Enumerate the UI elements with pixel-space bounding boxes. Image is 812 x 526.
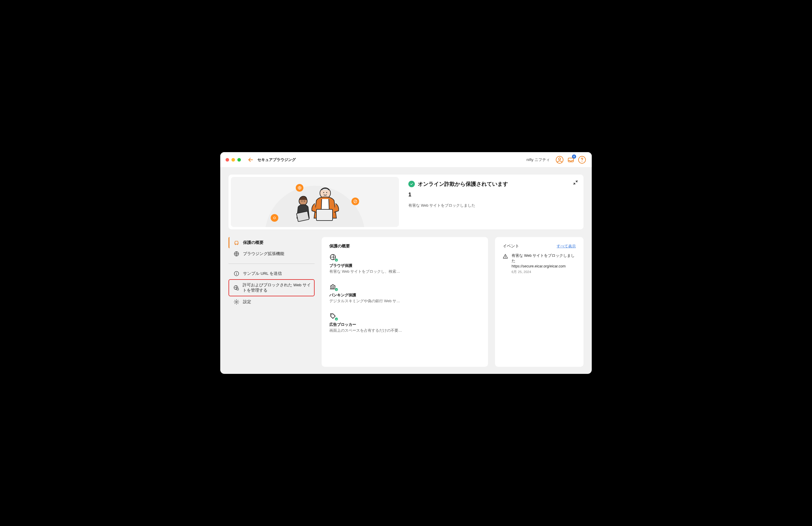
sidebar-item-extensions[interactable]: ブラウジング拡張機能 <box>229 248 315 260</box>
protection-name: 広告ブロッカー <box>329 322 480 327</box>
shield-car-icon <box>233 240 240 246</box>
event-item[interactable]: 有害な Web サイトをブロックしました https://secure.eica… <box>503 253 576 274</box>
globe-icon <box>233 251 240 257</box>
arrow-left-icon <box>248 157 253 163</box>
sidebar-item-label: ブラウジング拡張機能 <box>243 251 311 257</box>
help-button[interactable] <box>578 156 586 164</box>
sidebar-item-settings[interactable]: 設定 <box>229 296 315 308</box>
sidebar-item-manage-sites[interactable]: 許可およびブロックされた Web サイトを管理する <box>229 279 315 296</box>
protection-item-adblock[interactable]: 広告ブロッカー 画面上のスペースを占有するだけの不要な広… <box>329 312 480 333</box>
svg-point-18 <box>237 243 238 244</box>
profile-button[interactable] <box>555 156 564 164</box>
people-illustration-icon <box>281 183 349 227</box>
svg-rect-12 <box>316 209 333 221</box>
event-date: 6月 25, 2024 <box>511 270 576 274</box>
info-icon <box>233 271 240 277</box>
event-line1: 有害な Web サイトをブロックしました <box>511 253 576 264</box>
protection-desc: 画面上のスペースを占有するだけの不要な広… <box>329 328 403 333</box>
maximize-window-button[interactable] <box>237 158 241 162</box>
sidebar-item-send-url[interactable]: サンプル URL を送信 <box>229 268 315 279</box>
hero-status-title: オンライン詐欺から保護されています <box>418 180 508 188</box>
svg-point-24 <box>237 289 238 290</box>
minimize-window-button[interactable] <box>231 158 235 162</box>
protection-name: バンキング保護 <box>329 292 480 298</box>
titlebar: セキュアブラウジング nifty ニフティ 0 <box>220 152 592 167</box>
collapse-button[interactable] <box>573 180 578 186</box>
sidebar-item-overview[interactable]: 保護の概要 <box>229 237 315 248</box>
svg-point-21 <box>236 273 237 273</box>
window-controls <box>226 158 241 162</box>
svg-point-14 <box>302 201 303 201</box>
events-title: イベント <box>503 244 519 249</box>
protection-overview-card: 保護の概要 ブラウザ保護 有害な Web サイトをブロックし、検索結果… バンキ… <box>322 237 488 367</box>
svg-point-27 <box>331 315 332 316</box>
sidebar-item-label: 設定 <box>243 299 311 305</box>
content-area: オンライン詐欺から保護されています 1 有害な Web サイトをブロックしました… <box>220 167 592 374</box>
protection-desc: デジタルスキミングや偽の銀行 Web サイト… <box>329 299 403 304</box>
events-card: イベント すべて表示 有害な Web サイトをブロックしました https://… <box>495 237 583 367</box>
svg-point-4 <box>582 161 582 162</box>
user-icon <box>556 156 563 164</box>
notifications-button[interactable]: 0 <box>566 156 575 164</box>
protection-desc: 有害な Web サイトをブロックし、検索結果… <box>329 269 403 274</box>
svg-point-17 <box>235 243 236 244</box>
events-show-all-link[interactable]: すべて表示 <box>557 244 576 249</box>
card-title: 保護の概要 <box>329 244 480 249</box>
svg-point-10 <box>323 192 324 193</box>
account-name[interactable]: nifty ニフティ <box>526 157 550 162</box>
collapse-icon <box>573 180 578 185</box>
notification-badge: 0 <box>572 155 576 159</box>
sidebar-item-label: サンプル URL を送信 <box>243 271 311 276</box>
svg-point-28 <box>505 258 506 258</box>
svg-point-15 <box>304 201 305 201</box>
app-window: セキュアブラウジング nifty ニフティ 0 <box>220 152 592 374</box>
status-check-icon <box>408 181 415 187</box>
hero-illustration <box>231 177 399 227</box>
svg-line-8 <box>354 201 357 203</box>
globe-gear-icon <box>233 285 239 291</box>
protection-item-banking[interactable]: バンキング保護 デジタルスキミングや偽の銀行 Web サイト… <box>329 283 480 304</box>
sidebar-item-label: 許可およびブロックされた Web サイトを管理する <box>243 282 311 293</box>
sidebar-item-label: 保護の概要 <box>243 240 311 245</box>
svg-point-11 <box>327 192 327 193</box>
sidebar: 保護の概要 ブラウジング拡張機能 サンプル URL を送信 <box>229 237 315 312</box>
protection-name: ブラウザ保護 <box>329 263 480 268</box>
svg-rect-2 <box>568 158 574 162</box>
svg-point-1 <box>559 158 561 160</box>
hero-card: オンライン詐欺から保護されています 1 有害な Web サイトをブロックしました <box>229 175 583 229</box>
close-window-button[interactable] <box>226 158 229 162</box>
back-button[interactable] <box>247 157 254 163</box>
gear-icon <box>233 299 240 305</box>
hero-subtitle: 有害な Web サイトをブロックしました <box>408 203 577 208</box>
warning-icon <box>503 253 509 274</box>
help-icon <box>578 156 586 164</box>
page-title: セキュアブラウジング <box>257 157 296 162</box>
event-line2: https://secure.eicar.org/eicar.com <box>511 264 576 269</box>
hero-count: 1 <box>408 192 577 198</box>
svg-point-25 <box>236 301 237 303</box>
protection-item-browser[interactable]: ブラウザ保護 有害な Web サイトをブロックし、検索結果… <box>329 253 480 274</box>
